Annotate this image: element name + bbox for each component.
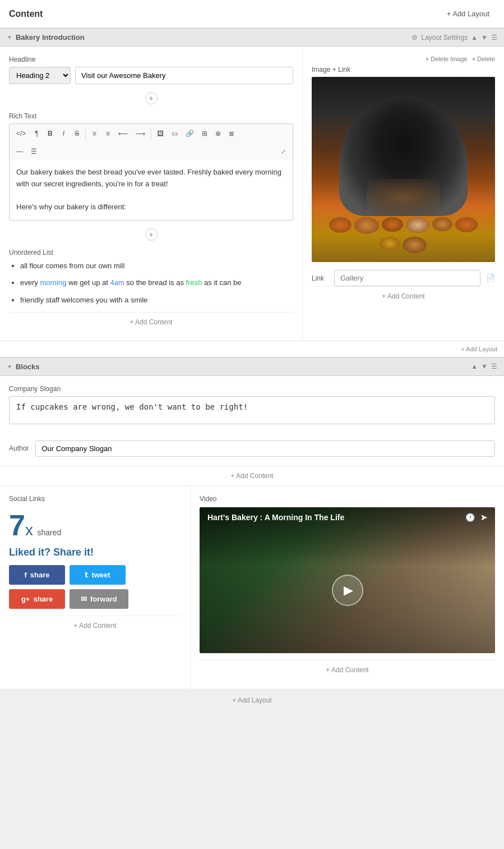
list-item: every morning we get up at 4am so the br… — [20, 278, 293, 288]
twitter-share-btn[interactable]: 𝕥 tweet — [70, 565, 126, 585]
plus-circle-btn-2[interactable]: + — [145, 228, 158, 241]
list-item: friendly staff welcomes you with a smile — [20, 295, 293, 305]
author-label-text: Author — [9, 444, 29, 452]
headline-input[interactable] — [75, 67, 293, 84]
add-content-video[interactable]: + Add Content — [200, 660, 495, 680]
toolbar-row2: — ☰ ⤢ — [9, 143, 293, 160]
bottom-add-layout-btn[interactable]: + Add Layout — [0, 689, 504, 712]
clock-icon[interactable]: 🕐 — [465, 513, 475, 522]
ul-btn[interactable]: ≡ — [88, 127, 100, 140]
author-input[interactable] — [35, 440, 495, 457]
image-controls: × Delete Image × Delete — [312, 56, 495, 62]
unordered-list: all flour comes from our own mill every … — [9, 261, 293, 305]
special-btn[interactable]: ⊕ — [212, 127, 224, 140]
blocks-section-header: ▼ Blocks ▲ ▼ ☰ — [0, 357, 504, 376]
add-content-social[interactable]: + Add Content — [9, 616, 181, 635]
move-down-icon[interactable]: ▼ — [481, 34, 488, 42]
video-title-text: Hart's Bakery : A Morning In The Life — [207, 513, 344, 522]
unordered-list-label: Unordered List — [9, 249, 293, 256]
blocks-collapse-icon[interactable]: ▼ — [7, 364, 12, 370]
tw-icon: 𝕥 — [85, 571, 88, 579]
facebook-share-btn[interactable]: f share — [9, 565, 65, 585]
hr-btn[interactable]: — — [13, 145, 26, 158]
video-overlay: Hart's Bakery : A Morning In The Life 🕐 … — [200, 507, 495, 653]
blocks-move-down-icon[interactable]: ▼ — [481, 362, 488, 370]
slogan-textarea[interactable]: If cupcakes are wrong, we don't want to … — [9, 396, 495, 424]
share-x: x — [25, 521, 33, 539]
toolbar-sep-2 — [151, 127, 151, 140]
blocks-title-label: Blocks — [16, 362, 40, 371]
ol-btn[interactable]: ≡ — [101, 127, 114, 140]
add-content-blocks[interactable]: + Add Content — [0, 466, 504, 485]
play-icon: ▶ — [344, 583, 353, 598]
heading-select[interactable]: Heading 2 Heading 1 Heading 3 Heading 4 — [9, 67, 71, 84]
menu-icon[interactable]: ☰ — [491, 34, 497, 42]
richtext-body[interactable]: Our bakery bakes the best bread you've e… — [9, 160, 293, 221]
media-btn[interactable]: ▭ — [168, 127, 181, 140]
tw-label: tweet — [91, 571, 110, 579]
gplus-share-btn[interactable]: g+ share — [9, 589, 65, 609]
bakery-right-col: × Delete Image × Delete Image + Link — [303, 47, 504, 341]
link-btn[interactable]: 🔗 — [182, 127, 197, 140]
strikethrough-btn[interactable]: S — [71, 127, 83, 140]
delete-image-btn[interactable]: × Delete Image — [426, 56, 468, 62]
link-label-text: Link — [312, 274, 329, 282]
blocks-move-up-icon[interactable]: ▲ — [471, 362, 478, 370]
author-row: Author — [0, 440, 504, 466]
collapse-icon[interactable]: ▼ — [7, 34, 12, 40]
bold-btn[interactable]: B — [44, 127, 56, 140]
blocks-row: Social Links 7x shared Liked it? Share i… — [0, 485, 504, 689]
gp-label: share — [33, 595, 53, 603]
forward-btn[interactable]: ✉ forward — [70, 589, 128, 609]
plus-circle-btn[interactable]: + — [145, 92, 158, 104]
gp-icon: g+ — [21, 595, 30, 603]
shared-text: shared — [38, 528, 62, 537]
fb-label: share — [30, 571, 50, 579]
link-file-icon[interactable]: 📄 — [486, 274, 495, 282]
add-layout-button[interactable]: + Add Layout — [441, 6, 495, 21]
blocks-menu-icon[interactable]: ☰ — [491, 362, 497, 370]
add-layout-bakery[interactable]: + Add Layout — [0, 341, 504, 357]
outdent-btn[interactable]: ⟶ — [132, 127, 149, 140]
bakery-left-col: Headline Heading 2 Heading 1 Heading 3 H… — [0, 47, 303, 341]
richtext-section: Rich Text </> ¶ B I S ≡ ≡ ⟵ ⟶ 🖼 ▭ 🔗 ⊞ ⊕ … — [9, 112, 293, 221]
code-btn[interactable]: </> — [13, 127, 29, 140]
link-input[interactable] — [334, 270, 480, 286]
add-block-plus-2: + — [9, 225, 293, 244]
image-link-label: Image + Link — [312, 66, 495, 74]
bakery-section-header: ▼ Bakery Introduction ⚙ Layout Settings … — [0, 28, 504, 47]
video-box: Hart's Bakery : A Morning In The Life 🕐 … — [200, 507, 495, 653]
layout-settings-label[interactable]: Layout Settings — [421, 34, 468, 42]
move-up-icon[interactable]: ▲ — [471, 34, 478, 42]
bakery-section-controls: ⚙ Layout Settings ▲ ▼ ☰ — [411, 34, 497, 42]
share-count-row: 7x shared — [9, 508, 181, 542]
video-label: Video — [200, 495, 495, 503]
add-content-btn-left[interactable]: + Add Content — [9, 312, 293, 332]
play-button[interactable]: ▶ — [332, 575, 363, 606]
fwd-icon: ✉ — [81, 595, 87, 603]
blocks-section-title: ▼ Blocks — [7, 362, 40, 371]
list-item: all flour comes from our own mill — [20, 261, 293, 271]
share-icon[interactable]: ➤ — [480, 513, 487, 522]
social-links-col: Social Links 7x shared Liked it? Share i… — [0, 486, 191, 689]
company-slogan-area: Company Slogan If cupcakes are wrong, we… — [0, 376, 504, 440]
share-buttons: f share 𝕥 tweet g+ share ✉ forward — [9, 565, 181, 609]
expand-btn[interactable]: ⤢ — [277, 145, 289, 158]
video-top-bar: Hart's Bakery : A Morning In The Life 🕐 … — [200, 507, 495, 527]
delete-btn[interactable]: × Delete — [472, 56, 495, 62]
indent-btn[interactable]: ⟵ — [115, 127, 131, 140]
gear-icon[interactable]: ⚙ — [411, 34, 418, 42]
blockquote-btn[interactable]: ☰ — [27, 145, 40, 158]
add-content-btn-right[interactable]: + Add Content — [312, 286, 495, 306]
page-title: Content — [9, 9, 43, 19]
headline-row: Heading 2 Heading 1 Heading 3 Heading 4 — [9, 67, 293, 84]
paragraph-btn[interactable]: ¶ — [30, 127, 43, 140]
video-content: Hart's Bakery : A Morning In The Life 🕐 … — [200, 507, 495, 653]
image-btn[interactable]: 🖼 — [154, 127, 167, 140]
table-btn[interactable]: ⊞ — [198, 127, 211, 140]
justify-btn[interactable]: ≣ — [225, 127, 238, 140]
unordered-list-section: Unordered List all flour comes from our … — [9, 249, 293, 305]
social-links-label: Social Links — [9, 495, 181, 503]
bakery-layout-row: Headline Heading 2 Heading 1 Heading 3 H… — [0, 47, 504, 341]
italic-btn[interactable]: I — [57, 127, 70, 140]
